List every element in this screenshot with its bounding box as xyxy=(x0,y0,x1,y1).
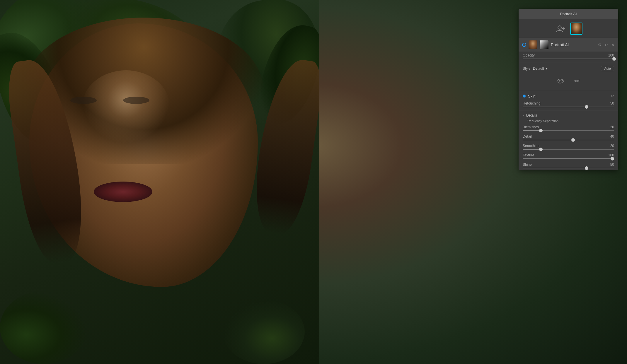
mask-icons-row xyxy=(519,74,618,89)
panel-title: Portrait AI xyxy=(560,12,577,16)
layer-name: Portrait AI xyxy=(551,42,596,47)
details-subsection-header[interactable]: › Details xyxy=(519,112,618,119)
blemishes-slider-row[interactable] xyxy=(519,130,618,133)
portrait-ai-panel: Portrait AI Portrait AI ⚙ ↩ ✕ Opacity xyxy=(519,9,618,170)
opacity-thumb[interactable] xyxy=(612,57,616,61)
blemishes-track xyxy=(523,130,614,131)
retouching-fill xyxy=(523,107,587,107)
portrait-thumbnail-1[interactable] xyxy=(570,23,582,35)
smoothing-thumb[interactable] xyxy=(539,148,543,151)
texture-fill xyxy=(523,158,612,159)
svg-point-3 xyxy=(559,80,561,82)
shine-label: Shine xyxy=(523,163,546,167)
detail-fill xyxy=(523,140,573,140)
details-chevron-icon: › xyxy=(523,113,524,117)
opacity-label: Opacity xyxy=(523,53,546,57)
divider-1 xyxy=(519,62,618,62)
undo-icon[interactable]: ↩ xyxy=(605,42,608,47)
texture-label: Texture xyxy=(523,153,546,157)
skin-section-header: Skin: ↩ xyxy=(519,91,618,100)
style-chevron-icon: ▾ xyxy=(546,66,548,71)
shine-fill xyxy=(523,168,587,168)
opacity-track xyxy=(523,59,614,59)
detail-track xyxy=(523,140,614,140)
divider-3 xyxy=(519,110,618,110)
texture-value: 100 xyxy=(605,153,614,157)
shine-value: 50 xyxy=(605,163,614,167)
retouching-slider-row[interactable] xyxy=(519,106,618,109)
eye-add-mask-button[interactable] xyxy=(555,76,565,86)
details-label: Details xyxy=(526,113,537,117)
settings-icon[interactable]: ⚙ xyxy=(598,42,602,47)
smoothing-label: Smoothing xyxy=(523,144,546,148)
blemishes-value: 20 xyxy=(605,125,614,129)
layer-visibility-dot[interactable] xyxy=(522,43,526,47)
smoothing-row: Smoothing 20 xyxy=(519,142,618,148)
lips-add-mask-button[interactable] xyxy=(571,76,582,86)
shine-thumb[interactable] xyxy=(585,166,588,170)
detail-slider-row[interactable] xyxy=(519,139,618,142)
panel-titlebar: Portrait AI xyxy=(519,9,618,19)
style-selected: Default xyxy=(533,66,544,71)
opacity-fill xyxy=(523,59,614,59)
smoothing-slider-row[interactable] xyxy=(519,148,618,151)
divider-2 xyxy=(519,90,618,90)
blemishes-thumb[interactable] xyxy=(539,129,543,132)
style-row: Style Default ▾ Auto xyxy=(519,64,618,74)
detail-value: 40 xyxy=(605,134,614,139)
retouching-track xyxy=(523,107,614,107)
texture-track xyxy=(523,158,614,159)
detail-label: Detail xyxy=(523,134,546,139)
opacity-value: 100 xyxy=(605,53,614,57)
texture-row: Texture 100 xyxy=(519,151,618,158)
close-icon[interactable]: ✕ xyxy=(611,42,615,47)
panel-body: Opacity 100 Style Default ▾ Auto xyxy=(519,52,618,170)
layer-row: Portrait AI ⚙ ↩ ✕ xyxy=(519,38,618,52)
smoothing-value: 20 xyxy=(605,144,614,148)
shine-track xyxy=(523,168,614,168)
skin-dot xyxy=(523,95,526,98)
style-dropdown[interactable]: Default ▾ xyxy=(533,66,548,71)
blemishes-row: Blemishes 20 xyxy=(519,123,618,130)
smoothing-track xyxy=(523,149,614,150)
add-person-button[interactable] xyxy=(554,23,567,35)
blemishes-label: Blemishes xyxy=(523,125,546,129)
shine-slider-row[interactable] xyxy=(519,167,618,170)
blemishes-fill xyxy=(523,130,541,131)
opacity-slider-row[interactable] xyxy=(519,58,618,61)
portrait-thumbnails-row xyxy=(519,19,618,38)
retouching-thumb[interactable] xyxy=(585,105,588,109)
opacity-row: Opacity 100 xyxy=(519,52,618,58)
smoothing-fill xyxy=(523,149,541,150)
retouching-row: Retouching 50 xyxy=(519,100,618,106)
texture-thumb[interactable] xyxy=(611,157,614,160)
auto-button[interactable]: Auto xyxy=(601,66,614,71)
texture-slider-row[interactable] xyxy=(519,158,618,161)
frequency-separation-label: Frequency Separation xyxy=(519,119,618,123)
shine-row: Shine 50 xyxy=(519,161,618,167)
detail-thumb[interactable] xyxy=(571,138,575,142)
svg-point-0 xyxy=(558,26,561,29)
style-label: Style xyxy=(523,66,531,71)
skin-reset-icon[interactable]: ↩ xyxy=(611,94,614,98)
skin-label: Skin: xyxy=(528,94,536,98)
layer-color-thumb xyxy=(529,40,537,49)
layer-action-icons: ⚙ ↩ ✕ xyxy=(598,42,615,47)
layer-mask-thumb xyxy=(540,40,548,49)
detail-row: Detail 40 xyxy=(519,133,618,139)
retouching-value: 50 xyxy=(605,101,614,105)
retouching-label: Retouching xyxy=(523,101,546,105)
